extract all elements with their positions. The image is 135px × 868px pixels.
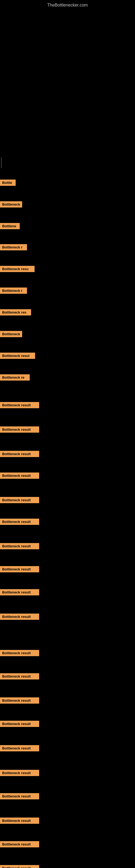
bottleneck-bar-26: Bottleneck result	[0, 770, 39, 776]
bottleneck-bar-22: Bottleneck result	[0, 673, 39, 680]
bottleneck-bar-6: Bottleneck r	[0, 287, 27, 294]
bottleneck-bar-27: Bottleneck result	[0, 793, 39, 799]
bottleneck-bar-14: Bottleneck result	[0, 472, 39, 479]
bottleneck-bar-12: Bottleneck result	[0, 426, 39, 433]
bottleneck-bar-8: Bottleneck	[0, 331, 22, 337]
bottleneck-bar-20: Bottleneck result	[0, 614, 39, 620]
bottleneck-bar-1: Bottle	[0, 180, 16, 186]
bars-container: BottleBottleneckBottleneBottleneck rBott…	[0, 10, 135, 868]
bottleneck-bar-18: Bottleneck result	[0, 566, 39, 572]
bottleneck-bar-19: Bottleneck result	[0, 589, 39, 595]
main-content: TheBottlenecker.com BottleBottleneckBott…	[0, 0, 135, 868]
bottleneck-bar-9: Bottleneck resul	[0, 352, 35, 359]
site-title: TheBottlenecker.com	[0, 0, 135, 10]
bottleneck-bar-16: Bottleneck result	[0, 519, 39, 525]
bottleneck-bar-23: Bottleneck result	[0, 698, 39, 704]
bottleneck-bar-28: Bottleneck result	[0, 817, 39, 824]
bottleneck-bar-7: Bottleneck res	[0, 309, 31, 315]
bottleneck-bar-5: Bottleneck resu	[0, 266, 35, 272]
bottleneck-bar-25: Bottleneck result	[0, 745, 39, 751]
bottleneck-bar-24: Bottleneck result	[0, 721, 39, 727]
bottleneck-bar-21: Bottleneck result	[0, 650, 39, 656]
bottleneck-bar-17: Bottleneck result	[0, 543, 39, 549]
bottleneck-bar-11: Bottleneck result	[0, 402, 39, 408]
bottleneck-bar-15: Bottleneck result	[0, 497, 39, 503]
bottleneck-bar-29: Bottleneck result	[0, 841, 39, 847]
bottleneck-bar-2: Bottleneck	[0, 201, 22, 208]
bottleneck-bar-3: Bottlene	[0, 223, 20, 229]
bottleneck-bar-10: Bottleneck re	[0, 374, 30, 380]
bottleneck-bar-30: Bottleneck result	[0, 865, 39, 868]
bottleneck-bar-4: Bottleneck r	[0, 244, 27, 250]
bottleneck-bar-13: Bottleneck result	[0, 451, 39, 457]
